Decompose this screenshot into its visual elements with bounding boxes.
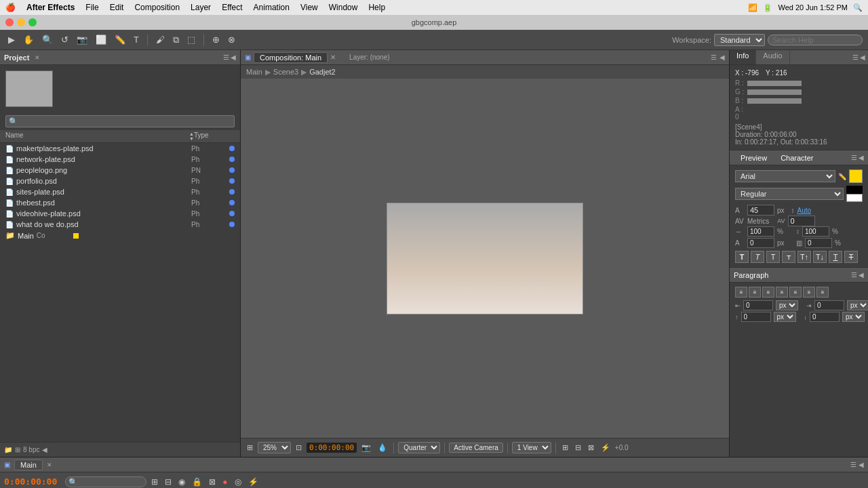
menu-help[interactable]: Help [368, 3, 385, 12]
font-style-select[interactable]: Regular [735, 188, 844, 200]
shape-rect-tool[interactable]: ⬜ [93, 33, 109, 46]
zoom-tool[interactable]: 🔍 [39, 33, 56, 46]
menu-effect[interactable]: Effect [222, 3, 242, 12]
folder-item[interactable]: 📁 Main Co [0, 230, 240, 241]
minimize-button[interactable] [17, 18, 25, 26]
draft-btn[interactable]: ⚡ [246, 476, 260, 487]
maximize-button[interactable] [28, 18, 37, 26]
timeline-tab-main[interactable]: Main [14, 460, 43, 470]
zoom-select[interactable]: 25% [258, 442, 291, 453]
font-family-select[interactable]: Arial [735, 170, 835, 182]
menu-animation[interactable]: Animation [254, 3, 290, 12]
timeline-timecode[interactable]: 0:00:00:00 [4, 476, 57, 487]
camera-icon[interactable]: 📷 [359, 443, 373, 453]
rotate-tool[interactable]: ↺ [58, 33, 71, 46]
comp-tab-close[interactable]: ✕ [330, 54, 336, 61]
right-panel-collapse[interactable]: ◀ [860, 54, 865, 61]
para-collapse[interactable]: ◀ [859, 271, 864, 279]
grid-icon[interactable]: ⊞ [560, 443, 570, 453]
align-left[interactable]: ≡ [735, 287, 747, 298]
menu-file[interactable]: File [85, 3, 98, 12]
comp-panel-menu[interactable]: ☰ [711, 54, 717, 61]
tsume-input[interactable] [805, 238, 832, 248]
project-panel-menu[interactable]: ☰ [223, 54, 229, 61]
toggle-switches[interactable]: ⊠ [207, 476, 218, 487]
transparency-icon[interactable]: ⊠ [586, 443, 596, 453]
auto-leading[interactable]: Auto [797, 207, 812, 214]
char-menu[interactable]: ☰ [851, 154, 857, 161]
menu-composition[interactable]: Composition [134, 3, 180, 12]
timeline-search[interactable] [65, 476, 146, 487]
camera-tool[interactable]: 📷 [74, 33, 90, 46]
swatch-white[interactable] [846, 194, 863, 202]
right-panel-menu[interactable]: ☰ [852, 54, 859, 61]
right-indent-input[interactable] [814, 300, 844, 310]
apple-menu[interactable]: 🍎 [5, 3, 16, 12]
left-indent-input[interactable] [743, 300, 773, 310]
timeline-tab-close[interactable]: ✕ [47, 462, 52, 468]
clone-tool[interactable]: ⧉ [170, 33, 182, 47]
char-collapse[interactable]: ◀ [859, 154, 864, 161]
menu-layer[interactable]: Layer [191, 3, 211, 12]
brush-tool[interactable]: 🖌 [153, 33, 167, 46]
para-menu[interactable]: ☰ [851, 271, 857, 279]
project-panel-collapse[interactable]: ◀ [231, 54, 236, 61]
small-caps-btn[interactable]: ᴛ [782, 251, 795, 263]
fill-color-box[interactable] [849, 169, 863, 183]
comp-tab-main[interactable]: Composition: Main [254, 52, 328, 63]
hand-tool[interactable]: ✋ [20, 33, 37, 46]
panel-expand-icon[interactable]: ◀ [42, 446, 47, 453]
eraser-tool[interactable]: ⬚ [184, 33, 198, 46]
italic-btn[interactable]: T [751, 251, 764, 263]
swatch-black[interactable] [846, 186, 863, 194]
file-item[interactable]: 📄 peoplelogo.png PN [0, 165, 240, 176]
space-before-unit[interactable]: px [774, 312, 796, 322]
v-scale-input[interactable] [802, 226, 829, 237]
menu-edit[interactable]: Edit [110, 3, 124, 12]
spotlight-icon[interactable]: 🔍 [853, 3, 863, 12]
motion-blur-btn[interactable]: ◎ [233, 476, 243, 487]
lock-btn[interactable]: 🔒 [190, 476, 204, 487]
composition-btn[interactable]: ⊟ [163, 476, 174, 487]
align-right[interactable]: ≡ [762, 287, 774, 298]
tab-audio[interactable]: Audio [756, 50, 789, 64]
breadcrumb-main[interactable]: Main [246, 68, 262, 76]
file-item[interactable]: 📄 videohive-plate.psd Ph [0, 208, 240, 219]
tab-preview[interactable]: Preview [734, 152, 774, 163]
menu-window[interactable]: Window [329, 3, 358, 12]
justify-right[interactable]: ≡ [803, 287, 815, 298]
record-btn[interactable]: ● [220, 476, 229, 487]
solo-btn[interactable]: ◉ [176, 476, 187, 487]
menu-view[interactable]: View [300, 3, 318, 12]
new-comp-icon[interactable]: ⊞ [15, 446, 20, 453]
quality-select[interactable]: Quarter [398, 442, 440, 453]
justify-left[interactable]: ≡ [776, 287, 788, 298]
indent-unit[interactable]: px [776, 300, 798, 310]
tab-info[interactable]: Info [730, 50, 756, 64]
justify-all[interactable]: ≡ [816, 287, 829, 298]
baseline-input[interactable] [747, 238, 774, 248]
file-item[interactable]: 📄 makertplaces-plate.psd Ph [0, 143, 240, 154]
file-item[interactable]: 📄 portfolio.psd Ph [0, 176, 240, 186]
title-safe-icon[interactable]: ⊟ [573, 443, 583, 453]
timeline-menu[interactable]: ☰ [850, 461, 856, 468]
close-button[interactable] [5, 18, 14, 26]
space-before-input[interactable] [741, 312, 771, 322]
selection-tool[interactable]: ▶ [5, 33, 18, 46]
bold-btn[interactable]: T [735, 251, 749, 263]
composition-viewer[interactable] [241, 79, 729, 438]
sort-arrows[interactable]: ▲ ▼ [189, 131, 194, 141]
workspace-select[interactable]: Standard [714, 34, 765, 46]
stroke-color-icon[interactable]: ✏️ [838, 173, 846, 180]
space-after-input[interactable] [810, 312, 840, 322]
tracking-input[interactable] [788, 216, 815, 226]
breadcrumb-gadjet2[interactable]: Gadjet2 [309, 68, 336, 76]
fast-preview-icon[interactable]: ⚡ [599, 443, 612, 453]
active-camera-select[interactable]: Active Camera [449, 443, 503, 453]
fit-view-btn[interactable]: ⊡ [294, 443, 304, 453]
color-picker-icon[interactable]: 💧 [376, 443, 389, 453]
file-item[interactable]: 📄 sites-plate.psd Ph [0, 186, 240, 197]
puppet-tool[interactable]: ⊕ [210, 33, 222, 46]
space-after-unit[interactable]: px [842, 312, 865, 322]
sub-btn[interactable]: T↓ [813, 251, 827, 263]
